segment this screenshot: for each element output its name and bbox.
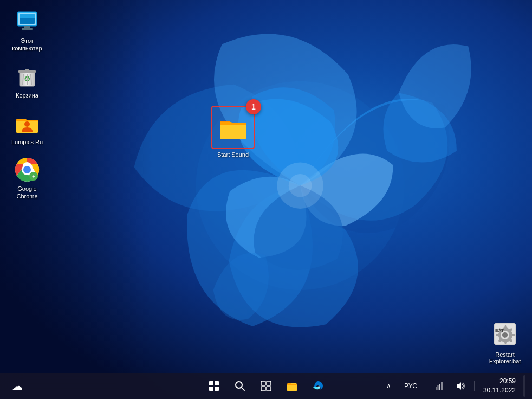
language-indicator[interactable]: РУС [401,375,420,397]
svg-rect-32 [261,381,265,385]
recycle-bin-icon: ♻ [14,63,40,89]
language-label: РУС [404,382,417,390]
svg-rect-39 [437,385,438,390]
svg-rect-34 [261,387,265,391]
svg-point-28 [502,332,508,338]
start-sound-desktop-icon[interactable]: 1 Start Sound [211,106,255,158]
desktop-icon-this-computer[interactable]: Этот компьютер [5,5,49,56]
svg-line-31 [242,388,245,391]
desktop-icon-google-chrome[interactable]: + Google Chrome [5,153,49,204]
tray-separator [426,381,426,391]
start-button[interactable] [203,375,225,397]
svg-rect-8 [24,26,30,28]
taskbar-right: ∧ РУС [381,375,525,397]
windows-logo-icon [209,381,219,391]
svg-rect-38 [436,387,437,390]
restart-explorer-icon[interactable]: BAT Restart Explorer.bat [483,319,527,366]
taskbar-center [203,375,329,397]
chevron-up-icon: ∧ [386,382,391,390]
this-computer-label: Этот компьютер [8,37,47,53]
edge-button[interactable] [307,375,329,397]
recycle-bin-label: Корзина [16,92,38,99]
weather-icon: ☁ [12,379,23,392]
svg-point-23 [23,166,31,173]
desktop-icons-column: Этот компьютер [5,5,49,204]
svg-rect-4 [0,0,532,399]
desktop-icon-lumpics[interactable]: Lumpics Ru [5,107,49,149]
start-sound-label: Start Sound [217,151,249,158]
svg-rect-40 [439,384,440,390]
svg-rect-33 [267,381,271,385]
edge-icon [312,380,324,392]
svg-text:+: + [32,173,35,179]
show-desktop-button[interactable] [523,375,525,397]
restart-explorer-label: Restart Explorer.bat [489,351,521,364]
search-button[interactable] [229,375,251,397]
lumpics-folder-icon [14,110,40,136]
search-icon [235,381,245,391]
taskbar: ☁ [0,373,532,399]
network-icon [436,382,444,390]
svg-point-2 [277,163,323,209]
taskview-icon [261,381,271,391]
monitor-icon [14,9,40,35]
svg-text:BAT: BAT [495,328,504,333]
taskbar-left: ☁ [7,375,28,397]
tray-chevron-button[interactable]: ∧ [381,378,397,394]
google-chrome-label: Google Chrome [8,185,47,201]
svg-point-3 [289,174,312,197]
volume-button[interactable] [452,378,469,394]
start-sound-badge: 1 [246,99,261,114]
file-explorer-button[interactable] [281,375,303,397]
network-button[interactable] [432,378,448,394]
svg-point-20 [24,121,30,127]
svg-rect-11 [20,14,35,18]
explorer-icon [286,380,298,392]
svg-line-17 [23,74,23,85]
start-sound-highlight-box: 1 [211,106,255,149]
svg-rect-15 [25,69,29,71]
tray-separator-2 [474,381,475,391]
desktop: Этот компьютер [0,0,532,399]
gear-icon: BAT [492,321,518,349]
svg-marker-42 [457,382,461,390]
lumpics-label: Lumpics Ru [11,138,43,146]
svg-line-19 [31,74,31,85]
clock-date: 30.11.2022 [483,386,516,395]
chrome-icon: + [14,157,40,183]
clock-time: 20:59 [483,377,516,386]
svg-rect-0 [0,0,532,399]
task-view-button[interactable] [255,375,277,397]
svg-rect-35 [267,387,271,391]
svg-rect-37 [287,385,297,391]
desktop-icon-recycle-bin[interactable]: ♻ Корзина [5,60,49,102]
system-clock[interactable]: 20:59 30.11.2022 [480,376,519,396]
svg-rect-9 [22,28,33,30]
volume-icon [456,381,465,391]
svg-rect-41 [441,382,442,390]
weather-button[interactable]: ☁ [7,375,28,397]
